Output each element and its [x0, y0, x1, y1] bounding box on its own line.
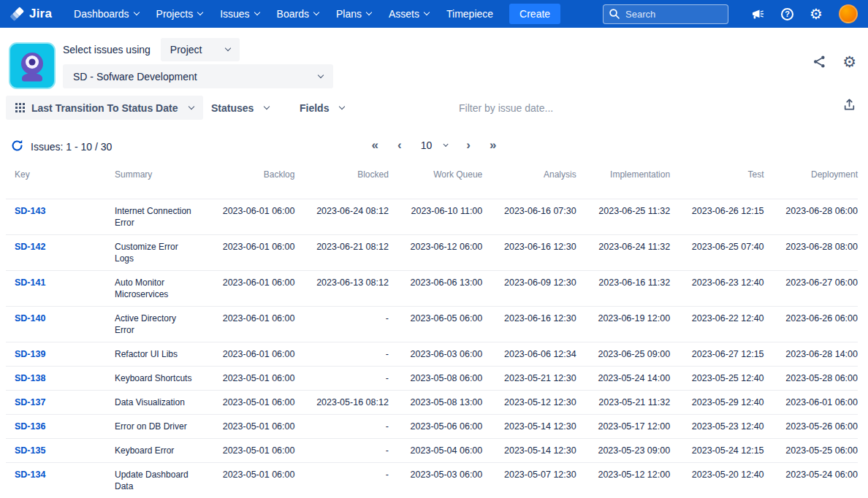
cell-blocked: 2023-06-13 08:12	[294, 277, 388, 300]
chevron-down-icon	[339, 103, 345, 109]
cell-backlog: 2023-05-01 06:00	[201, 469, 294, 492]
project-select[interactable]: SD - Sofware Development	[63, 64, 333, 88]
nav-item-dashboards[interactable]: Dashboards	[65, 0, 148, 28]
issue-summary: Refactor UI Libs	[115, 348, 201, 360]
table-row: SD-142Customize Error Logs2023-06-01 06:…	[6, 234, 858, 270]
cell-test: 2023-06-26 12:15	[670, 205, 764, 229]
issue-date-filter-input[interactable]	[453, 97, 636, 119]
cell-work-queue: 2023-05-04 06:00	[389, 445, 482, 456]
search-icon	[609, 8, 620, 20]
chevron-down-icon	[189, 103, 194, 109]
statuses-dropdown[interactable]: Statuses	[211, 96, 269, 120]
date-field-selector[interactable]: Last Transition To Status Date	[6, 96, 203, 120]
table-header: KeySummaryBacklogBlockedWork QueueAnalys…	[0, 169, 868, 180]
nav-item-boards[interactable]: Boards	[268, 0, 327, 28]
chevron-down-icon	[424, 9, 430, 15]
cell-work-queue: 2023-05-08 13:00	[389, 397, 482, 408]
gadget-settings-icon[interactable]: ⚙	[842, 54, 856, 69]
help-icon[interactable]: ?	[781, 8, 793, 20]
chevron-down-icon	[366, 9, 372, 15]
issue-key-link[interactable]: SD-143	[15, 206, 45, 216]
table-row: SD-136Error on DB Driver2023-05-01 06:00…	[6, 414, 858, 438]
cell-deployment: 2023-06-27 06:00	[764, 277, 858, 300]
cell-test: 2023-05-29 12:40	[670, 397, 764, 408]
issue-key-link[interactable]: SD-134	[15, 470, 45, 480]
cell-blocked: 2023-06-24 08:12	[294, 205, 388, 229]
issue-key-link[interactable]: SD-139	[15, 349, 45, 359]
cell-analysis: 2023-05-07 12:30	[482, 469, 576, 492]
last-page-button[interactable]: »	[490, 137, 496, 153]
issue-summary: Active Directory Error	[115, 313, 201, 336]
prev-page-button[interactable]: ‹	[397, 137, 402, 153]
issue-key-link[interactable]: SD-137	[15, 397, 45, 407]
jira-logo[interactable]: Jira	[10, 7, 52, 22]
issue-summary: Customize Error Logs	[115, 241, 201, 264]
settings-icon[interactable]: ⚙	[810, 7, 823, 21]
cell-blocked: -	[294, 445, 388, 456]
cell-implementation: 2023-05-12 12:00	[576, 469, 670, 492]
cell-blocked: 2023-05-16 08:12	[294, 397, 388, 408]
issue-summary: Auto Monitor Microservices	[115, 277, 201, 300]
cell-test: 2023-06-27 12:15	[670, 348, 764, 360]
cell-key: SD-141	[6, 277, 115, 300]
cell-key: SD-140	[6, 313, 115, 336]
issue-summary: Keyboard Shortcuts	[115, 372, 201, 384]
issue-key-link[interactable]: SD-141	[15, 277, 45, 288]
nav-item-assets[interactable]: Assets	[380, 0, 438, 28]
share-icon[interactable]	[812, 55, 826, 69]
issue-key-link[interactable]: SD-142	[15, 242, 45, 252]
column-header-summary: Summary	[115, 169, 201, 180]
chevron-down-icon	[443, 141, 448, 146]
cell-work-queue: 2023-06-05 06:00	[389, 313, 482, 336]
nav-item-projects[interactable]: Projects	[148, 0, 212, 28]
nav-item-issues[interactable]: Issues	[211, 0, 267, 28]
cell-key: SD-137	[6, 397, 115, 408]
cell-backlog: 2023-06-01 06:00	[201, 205, 294, 229]
page-size-select[interactable]: 10	[421, 139, 448, 151]
issue-key-link[interactable]: SD-136	[15, 421, 45, 432]
column-header-work-queue: Work Queue	[389, 169, 482, 180]
cell-backlog: 2023-06-01 06:00	[201, 241, 294, 264]
next-page-button[interactable]: ›	[466, 137, 471, 153]
cell-key: SD-136	[6, 421, 115, 432]
nav-item-plans[interactable]: Plans	[327, 0, 380, 28]
navbar-search[interactable]	[603, 4, 728, 24]
cell-test: 2023-05-20 12:40	[670, 469, 764, 492]
nav-menu: DashboardsProjectsIssuesBoardsPlansAsset…	[65, 0, 502, 28]
issue-key-link[interactable]: SD-138	[15, 373, 45, 383]
chevron-down-icon	[318, 72, 324, 77]
cell-work-queue: 2023-06-03 06:00	[389, 348, 482, 360]
cell-implementation: 2023-06-25 09:00	[576, 348, 670, 360]
export-button[interactable]	[842, 98, 856, 114]
first-page-button[interactable]: «	[372, 137, 378, 153]
cell-deployment: 2023-05-25 06:00	[764, 445, 858, 456]
cell-blocked: -	[294, 421, 388, 432]
issue-key-link[interactable]: SD-140	[15, 313, 45, 323]
fields-label: Fields	[300, 102, 329, 114]
search-input[interactable]	[603, 4, 728, 24]
avatar[interactable]	[839, 4, 858, 23]
nav-item-timepiece[interactable]: Timepiece	[438, 0, 502, 28]
cell-analysis: 2023-05-21 12:30	[482, 372, 576, 384]
cell-implementation: 2023-05-24 14:00	[576, 372, 670, 384]
fields-dropdown[interactable]: Fields	[300, 96, 344, 120]
cell-key: SD-138	[6, 372, 115, 384]
cell-analysis: 2023-06-16 12:30	[482, 313, 576, 336]
grid-icon	[15, 103, 25, 112]
create-button[interactable]: Create	[509, 4, 560, 24]
export-icon	[842, 98, 856, 112]
issues-count: Issues: 1 - 10 / 30	[31, 141, 112, 153]
chevron-down-icon	[225, 45, 231, 50]
refresh-icon[interactable]	[10, 139, 24, 156]
cell-implementation: 2023-06-16 11:32	[576, 277, 670, 300]
cell-deployment: 2023-05-28 06:00	[764, 372, 858, 384]
select-issues-row: Select issues using Project	[63, 37, 240, 61]
cell-test: 2023-05-23 12:40	[670, 421, 764, 432]
cell-analysis: 2023-06-16 07:30	[482, 205, 576, 229]
cell-work-queue: 2023-06-12 06:00	[389, 241, 482, 264]
issue-key-link[interactable]: SD-135	[15, 445, 45, 456]
announcement-icon[interactable]	[750, 7, 765, 21]
select-mode-dropdown[interactable]: Project	[161, 38, 240, 61]
chevron-down-icon	[133, 9, 139, 15]
issue-summary: Internet Connection Error	[115, 205, 201, 229]
